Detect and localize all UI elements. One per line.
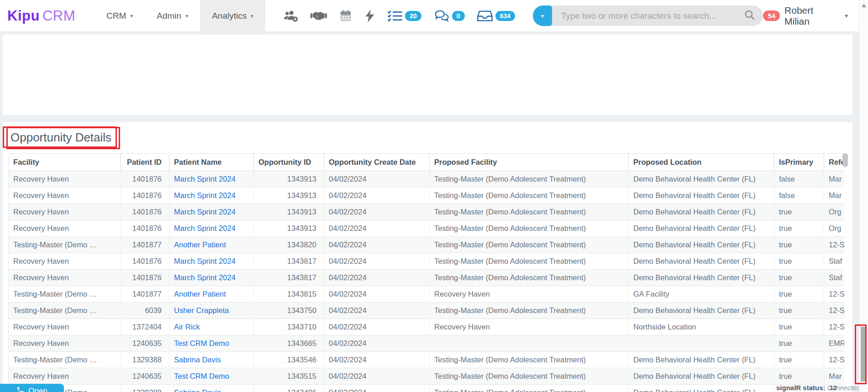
patient-link[interactable]: Another Patient bbox=[174, 290, 226, 298]
table-row: Testing-Master (Demo …1329388Sabrina Dav… bbox=[9, 385, 844, 392]
scrollbar-up-arrow-icon[interactable] bbox=[862, 4, 866, 7]
calendar-button[interactable] bbox=[339, 9, 352, 23]
app-logo[interactable]: KipuCRM bbox=[7, 8, 75, 24]
cell-create-date: 04/02/2024 bbox=[324, 335, 430, 352]
cell-opportunity-id: 1343913 bbox=[254, 204, 324, 220]
cell-referral: Mar bbox=[824, 188, 844, 204]
cell-patient-name: March Sprint 2024 bbox=[169, 188, 254, 204]
search-input[interactable] bbox=[552, 11, 744, 21]
page-scrollbar[interactable] bbox=[859, 0, 868, 392]
cell-is-primary: false bbox=[774, 188, 824, 204]
cell-patient-id: 1401876 bbox=[121, 220, 169, 237]
signalr-overlap-text: 12 bbox=[829, 384, 837, 392]
patient-link[interactable]: Test CRM Demo bbox=[174, 339, 229, 347]
col-facility[interactable]: Facility bbox=[9, 154, 121, 171]
cell-proposed-facility: Testing-Master (Demo Adolescent Treatmen… bbox=[430, 385, 629, 392]
cell-proposed-facility: Testing-Master (Demo Adolescent Treatmen… bbox=[430, 171, 629, 188]
col-opportunity-id[interactable]: Opportunity ID bbox=[254, 154, 324, 171]
table-row: Recovery Haven1240635Test CRM Demo134351… bbox=[9, 368, 844, 385]
panel-title-box: Opportunity Details bbox=[6, 127, 120, 149]
patient-link[interactable]: Usher Crappleta bbox=[174, 306, 229, 314]
patient-link[interactable]: Sabrina Davis bbox=[174, 388, 221, 392]
table-row: Testing-Master (Demo …1401877Another Pat… bbox=[9, 286, 844, 303]
open-call-button[interactable]: Open bbox=[0, 384, 64, 392]
cell-patient-id: 1401876 bbox=[121, 253, 169, 270]
page-title: Opportunity Details bbox=[11, 131, 111, 144]
col-patient-id[interactable]: Patient ID bbox=[121, 154, 169, 171]
table-row: Recovery Haven1401876March Sprint 202413… bbox=[9, 220, 844, 237]
chevron-down-icon: ▾ bbox=[185, 13, 188, 19]
patient-link[interactable]: Air Rick bbox=[174, 323, 200, 331]
cell-proposed-location: Demo Behavioral Health Center (FL) bbox=[629, 220, 774, 237]
cell-opportunity-id: 1343665 bbox=[254, 335, 324, 352]
table-row: Recovery Haven1401876March Sprint 202413… bbox=[9, 171, 844, 188]
cell-patient-id: 1372404 bbox=[121, 319, 169, 335]
open-call-label: Open bbox=[28, 387, 47, 392]
col-patient-name[interactable]: Patient Name bbox=[169, 154, 254, 171]
logo-crm: CRM bbox=[42, 8, 75, 24]
cell-patient-name: March Sprint 2024 bbox=[169, 204, 254, 220]
cell-proposed-facility: Testing-Master (Demo Adolescent Treatmen… bbox=[430, 368, 629, 385]
table-row: Testing-Master (Demo …1329388Sabrina Dav… bbox=[9, 352, 844, 368]
handshake-button[interactable] bbox=[310, 10, 327, 22]
cell-opportunity-id: 1343815 bbox=[254, 286, 324, 303]
messages-button[interactable]: 0 bbox=[433, 10, 465, 22]
cell-patient-name: Sabrina Davis bbox=[169, 352, 254, 368]
search-icon[interactable] bbox=[744, 9, 756, 23]
cell-create-date: 04/02/2024 bbox=[324, 352, 430, 368]
handshake-icon bbox=[310, 10, 327, 22]
tasks-button[interactable]: 20 bbox=[387, 10, 421, 22]
inbox-button[interactable]: 634 bbox=[477, 10, 515, 22]
cell-create-date: 04/02/2024 bbox=[324, 286, 430, 303]
col-is-primary[interactable]: IsPrimary bbox=[774, 154, 824, 171]
lightning-button[interactable] bbox=[364, 9, 375, 23]
cell-proposed-location: Northside Location bbox=[629, 319, 774, 335]
cell-proposed-location: Demo Behavioral Health Center (FL) bbox=[629, 303, 774, 319]
cell-is-primary: true bbox=[774, 220, 824, 237]
table-row: Recovery Haven1401876March Sprint 202413… bbox=[9, 270, 844, 286]
cell-referral: Mar bbox=[824, 171, 844, 188]
cell-facility: Recovery Haven bbox=[9, 368, 121, 385]
signalr-status-label: signalR status: bbox=[776, 384, 826, 392]
cell-create-date: 04/02/2024 bbox=[324, 368, 430, 385]
cell-opportunity-id: 1343913 bbox=[254, 171, 324, 188]
col-referral[interactable]: Referral bbox=[824, 154, 844, 171]
cell-patient-name: Air Rick bbox=[169, 319, 254, 335]
patient-link[interactable]: Another Patient bbox=[174, 240, 226, 249]
cell-facility: Recovery Haven bbox=[9, 188, 121, 204]
page-scrollbar-thumb[interactable] bbox=[861, 327, 867, 382]
cell-patient-id: 1401876 bbox=[121, 204, 169, 220]
cell-patient-name: Usher Crappleta bbox=[169, 303, 254, 319]
tasks-count-badge: 20 bbox=[405, 11, 421, 21]
cell-referral: Org bbox=[824, 204, 844, 220]
patient-link[interactable]: March Sprint 2024 bbox=[174, 273, 236, 282]
chevron-down-icon: ▾ bbox=[541, 13, 544, 19]
cell-patient-id: 1329388 bbox=[121, 385, 169, 392]
menu-crm[interactable]: CRM ▾ bbox=[95, 0, 145, 32]
table-scrollbar-thumb[interactable] bbox=[842, 153, 848, 167]
patient-link[interactable]: March Sprint 2024 bbox=[174, 208, 236, 216]
cell-facility: Recovery Haven bbox=[9, 171, 121, 188]
cell-proposed-facility bbox=[430, 335, 629, 352]
add-contact-button[interactable] bbox=[283, 9, 299, 23]
col-proposed-location[interactable]: Proposed Location bbox=[629, 154, 774, 171]
col-create-date[interactable]: Opportunity Create Date bbox=[324, 154, 430, 171]
patient-link[interactable]: Test CRM Demo bbox=[174, 372, 229, 380]
cell-opportunity-id: 1343820 bbox=[254, 237, 324, 253]
cell-patient-name: Sabrina Davis bbox=[169, 385, 254, 392]
search-filter-dropdown[interactable]: ▾ bbox=[533, 5, 552, 26]
patient-link[interactable]: March Sprint 2024 bbox=[174, 257, 236, 265]
cell-proposed-facility: Testing-Master (Demo Adolescent Treatmen… bbox=[430, 352, 629, 368]
patient-link[interactable]: March Sprint 2024 bbox=[174, 191, 236, 199]
menu-analytics[interactable]: Analytics ▾ bbox=[200, 0, 265, 32]
patient-link[interactable]: March Sprint 2024 bbox=[174, 175, 236, 183]
menu-admin[interactable]: Admin ▾ bbox=[145, 0, 200, 32]
patient-link[interactable]: Sabrina Davis bbox=[174, 355, 221, 364]
patient-link[interactable]: March Sprint 2024 bbox=[174, 224, 236, 232]
user-menu[interactable]: 54 Robert Milian ▾ bbox=[763, 5, 848, 27]
col-proposed-facility[interactable]: Proposed Facility bbox=[430, 154, 629, 171]
cell-facility: Testing-Master (Demo … bbox=[9, 237, 121, 253]
cell-opportunity-id: 1343515 bbox=[254, 368, 324, 385]
cell-proposed-facility: Testing-Master (Demo Adolescent Treatmen… bbox=[430, 270, 629, 286]
cell-patient-id: 1401876 bbox=[121, 171, 169, 188]
